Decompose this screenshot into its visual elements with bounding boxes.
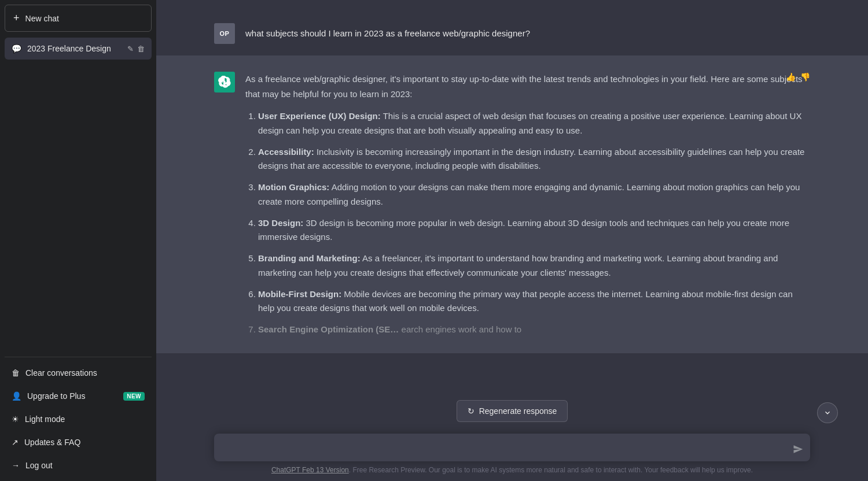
log-out-label: Log out <box>25 461 53 470</box>
sidebar-bottom: 🗑 Clear conversations 👤 Upgrade to Plus … <box>5 362 152 476</box>
footer-description: . Free Research Preview. Our goal is to … <box>349 466 753 474</box>
sidebar-divider <box>5 357 152 357</box>
messages-area: OP what subjects should I learn in 2023 … <box>156 0 868 394</box>
regenerate-container: ↻ Regenerate response <box>214 400 810 422</box>
ai-message-row: As a freelance web/graphic designer, it'… <box>156 56 868 353</box>
send-button[interactable] <box>793 444 803 454</box>
new-chat-button[interactable]: New chat <box>5 5 152 32</box>
sidebar: New chat 💬 2023 Freelance Design ✎ 🗑 🗑 C… <box>0 0 156 481</box>
sidebar-item-upgrade-to-plus[interactable]: 👤 Upgrade to Plus NEW <box>5 385 152 407</box>
ai-list: User Experience (UX) Design: This is a c… <box>245 109 810 337</box>
list-item: Mobile-First Design: Mobile devices are … <box>258 287 810 316</box>
list-item: Branding and Marketing: As a freelancer,… <box>258 251 810 280</box>
list-item: 3D Design: 3D design is becoming more po… <box>258 216 810 245</box>
list-item: Accessibility: Inclusivity is becoming i… <box>258 145 810 174</box>
sidebar-item-log-out[interactable]: → Log out <box>5 454 152 476</box>
plus-icon <box>13 12 20 24</box>
footer-text: ChatGPT Feb 13 Version. Free Research Pr… <box>156 461 868 481</box>
bottom-action-area: ↻ Regenerate response <box>156 394 868 427</box>
sidebar-item-updates-faq[interactable]: ↗ Updates & FAQ <box>5 431 152 453</box>
link-icon: ↗ <box>12 438 19 447</box>
sidebar-item-clear-conversations[interactable]: 🗑 Clear conversations <box>5 362 152 384</box>
ai-message-content: As a freelance web/graphic designer, it'… <box>245 72 810 337</box>
list-item-faded: Search Engine Optimization (SE… earch en… <box>258 323 810 337</box>
user-avatar: OP <box>214 23 235 44</box>
feedback-icons <box>786 72 810 82</box>
sun-icon: ☀ <box>12 415 19 424</box>
light-mode-label: Light mode <box>25 415 65 424</box>
chat-input[interactable] <box>223 441 782 454</box>
chevron-down-icon <box>823 408 832 417</box>
delete-icon[interactable]: 🗑 <box>137 45 145 53</box>
thumbs-up-icon[interactable] <box>786 72 796 82</box>
regenerate-label: Regenerate response <box>479 406 557 416</box>
openai-logo <box>218 76 231 88</box>
main-content: OP what subjects should I learn in 2023 … <box>156 0 868 481</box>
input-area <box>156 427 868 461</box>
new-chat-label: New chat <box>25 14 59 23</box>
upgrade-label: Upgrade to Plus <box>27 391 85 401</box>
edit-icon[interactable]: ✎ <box>127 45 134 53</box>
chat-icon: 💬 <box>12 44 21 53</box>
chat-history: 💬 2023 Freelance Design ✎ 🗑 <box>5 35 152 352</box>
send-icon <box>793 444 803 454</box>
regenerate-button[interactable]: ↻ Regenerate response <box>457 400 568 422</box>
sidebar-item-light-mode[interactable]: ☀ Light mode <box>5 408 152 430</box>
logout-icon: → <box>12 461 20 470</box>
chat-item-title: 2023 Freelance Design <box>27 44 111 53</box>
chat-item-actions: ✎ 🗑 <box>127 45 145 53</box>
chat-history-item[interactable]: 💬 2023 Freelance Design ✎ 🗑 <box>5 38 152 60</box>
clear-conversations-label: Clear conversations <box>25 368 97 378</box>
user-message-row: OP what subjects should I learn in 2023 … <box>156 12 868 56</box>
list-item: Motion Graphics: Adding motion to your d… <box>258 180 810 209</box>
ai-intro-text: As a freelance web/graphic designer, it'… <box>245 72 810 101</box>
regen-icon: ↻ <box>468 406 475 416</box>
list-item: User Experience (UX) Design: This is a c… <box>258 109 810 138</box>
scroll-down-button[interactable] <box>817 402 838 423</box>
new-badge: NEW <box>123 392 145 401</box>
thumbs-down-icon[interactable] <box>800 72 810 82</box>
input-wrapper <box>214 434 810 461</box>
trash-icon: 🗑 <box>12 368 20 378</box>
updates-faq-label: Updates & FAQ <box>24 438 80 447</box>
footer-link[interactable]: ChatGPT Feb 13 Version <box>271 466 349 474</box>
ai-avatar <box>214 72 235 92</box>
user-icon: 👤 <box>12 391 21 401</box>
user-message-text: what subjects should I learn in 2023 as … <box>245 23 530 40</box>
